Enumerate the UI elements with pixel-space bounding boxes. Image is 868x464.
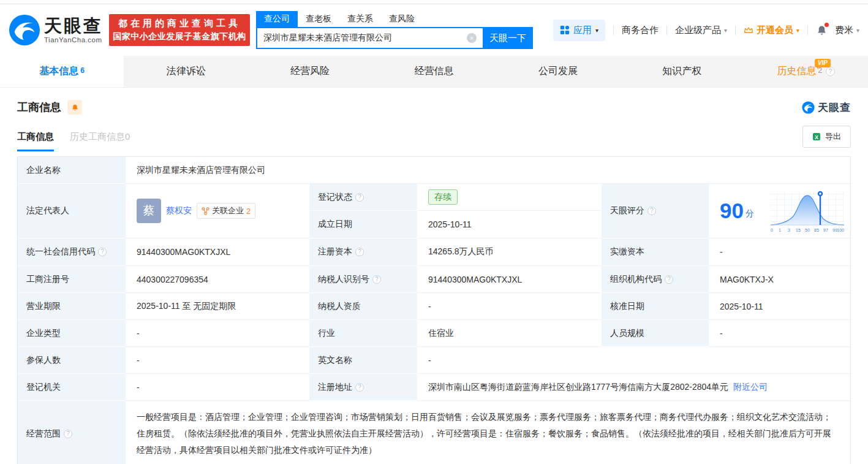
nav-divider bbox=[666, 26, 667, 35]
score-axis-ticks: 0 1 3 15 50 85 97 99 100 bbox=[771, 228, 844, 232]
tab-label: 经营风险 bbox=[290, 65, 330, 78]
field-label-company-type: 企业类型 bbox=[18, 320, 126, 347]
tianyancha-logo[interactable]: 天眼查 TianYanCha.com bbox=[9, 14, 103, 46]
watermark-text: 天眼查 bbox=[818, 101, 851, 115]
field-value-business-term: 2025-10-11 至 无固定期限 bbox=[126, 293, 309, 320]
chevron-down-icon: ▾ bbox=[595, 27, 598, 34]
legal-representative-link[interactable]: 蔡权安 bbox=[166, 205, 192, 216]
nav-cooperation[interactable]: 商务合作 bbox=[622, 25, 659, 36]
subtab-business-info[interactable]: 工商信息 bbox=[17, 131, 54, 151]
tab-label: 法律诉讼 bbox=[167, 65, 206, 78]
field-label-company-name: 企业名称 bbox=[18, 157, 126, 184]
tab-count: 2 bbox=[818, 66, 822, 75]
help-icon[interactable]: ? bbox=[98, 248, 107, 256]
monitor-bell-button[interactable] bbox=[67, 100, 82, 115]
clear-input-icon[interactable]: × bbox=[467, 33, 477, 43]
help-icon[interactable]: ? bbox=[665, 275, 673, 284]
score-axis-tick: 50 bbox=[805, 228, 810, 232]
score-axis-tick: 85 bbox=[814, 228, 819, 232]
field-label-business-scope: 经营范围 ? bbox=[18, 401, 126, 464]
tab-count: 6 bbox=[80, 66, 85, 75]
search-button[interactable]: 天眼一下 bbox=[483, 27, 533, 49]
site-header: 天眼查 TianYanCha.com 都在用的商业查询工具 国家中小企业发展子基… bbox=[0, 4, 868, 56]
apps-grid-icon bbox=[560, 25, 570, 35]
search-tab-company[interactable]: 查公司 bbox=[256, 11, 298, 27]
nav-user-menu[interactable]: 费米 ▾ bbox=[835, 25, 859, 36]
field-label-uscc: 统一社会信用代码 ? bbox=[18, 238, 126, 266]
nav-divider bbox=[807, 26, 808, 35]
section-title: 工商信息 bbox=[17, 100, 61, 115]
subtab-row: 工商信息 历史工商信息0 X 导出 bbox=[17, 126, 851, 148]
tab-label: 基本信息 bbox=[39, 65, 78, 78]
help-icon[interactable]: ? bbox=[372, 275, 381, 284]
top-navigation: 应用 ▾ 商务合作 企业级产品 ▾ 开通会员 ▾ 费 bbox=[553, 20, 859, 41]
tab-label: 历史信息 bbox=[777, 65, 816, 78]
score-value: 90 bbox=[720, 200, 744, 221]
subtab-history-business-info[interactable]: 历史工商信息0 bbox=[70, 131, 130, 143]
tab-legal-proceedings[interactable]: 法律诉讼 bbox=[124, 56, 247, 87]
help-icon[interactable]: ? bbox=[355, 383, 364, 392]
field-label-staff-size: 人员规模 bbox=[602, 320, 709, 347]
field-value-approval-date: 2025-10-11 bbox=[709, 293, 850, 320]
help-icon[interactable]: ? bbox=[355, 248, 364, 256]
help-icon[interactable]: ? bbox=[355, 193, 364, 202]
field-value-registered-capital: 14265.8万人民币 bbox=[417, 238, 602, 266]
field-value-established-date: 2025-10-11 bbox=[417, 211, 602, 238]
score-axis-tick: 97 bbox=[823, 228, 828, 232]
logo-title: 天眼查 bbox=[44, 17, 103, 35]
vip-badge: VIP bbox=[815, 59, 831, 67]
field-label-organization-code: 组织机构代码 ? bbox=[602, 266, 709, 293]
nearby-companies-link[interactable]: 附近公司 bbox=[733, 382, 768, 393]
help-icon[interactable]: ? bbox=[647, 207, 656, 215]
notification-bell[interactable] bbox=[816, 25, 828, 36]
nav-apps[interactable]: 应用 ▾ bbox=[553, 20, 605, 41]
avatar[interactable]: 蔡 bbox=[137, 199, 161, 223]
nav-open-membership[interactable]: 开通会员 ▾ bbox=[744, 25, 799, 36]
field-value-tianyan-score: 90 分 bbox=[709, 184, 850, 238]
field-label-legal-representative: 法定代表人 bbox=[18, 184, 126, 238]
nav-enterprise-label: 企业级产品 bbox=[675, 25, 721, 36]
search-area: 查公司 查老板 查关系 查风险 × 天眼一下 bbox=[256, 11, 533, 49]
field-label-registered-capital: 注册资本 ? bbox=[309, 238, 417, 266]
status-badge: 存续 bbox=[428, 189, 458, 205]
related-companies-badge[interactable]: 关联企业 2 bbox=[197, 203, 255, 219]
search-tab-risk[interactable]: 查风险 bbox=[381, 11, 423, 27]
tianyancha-watermark: 天眼查 bbox=[802, 101, 851, 115]
username: 费米 bbox=[835, 25, 853, 36]
help-icon[interactable]: ? bbox=[64, 430, 72, 438]
tab-history-info[interactable]: VIP 历史信息 2 ? bbox=[744, 56, 868, 87]
tab-company-development[interactable]: 公司发展 bbox=[496, 56, 620, 87]
field-value-paid-in-capital: - bbox=[709, 238, 850, 266]
svg-text:X: X bbox=[815, 134, 818, 140]
field-value-english-name: - bbox=[417, 347, 850, 374]
search-tab-relation[interactable]: 查关系 bbox=[339, 11, 381, 27]
search-input[interactable] bbox=[256, 27, 483, 49]
help-icon[interactable]: ? bbox=[826, 67, 835, 76]
field-value-industry: 住宿业 bbox=[417, 320, 602, 347]
search-tab-boss[interactable]: 查老板 bbox=[298, 11, 339, 27]
nav-apps-label: 应用 bbox=[573, 25, 592, 36]
export-button[interactable]: X 导出 bbox=[802, 126, 851, 148]
field-value-legal-representative: 蔡 蔡权安 关联企业 2 bbox=[126, 184, 309, 238]
nav-divider bbox=[735, 26, 736, 35]
tab-basic-info[interactable]: 基本信息 6 bbox=[0, 56, 124, 87]
chevron-down-icon: ▾ bbox=[796, 27, 799, 34]
tab-operation-info[interactable]: 经营信息 bbox=[372, 56, 496, 87]
nav-cooperation-label: 商务合作 bbox=[622, 25, 659, 36]
field-label-registration-authority: 登记机关 bbox=[18, 374, 126, 401]
field-value-taxpayer-id: 91440300MAG0KTXJXL bbox=[417, 266, 602, 293]
search-tab-bar: 查公司 查老板 查关系 查风险 bbox=[256, 11, 533, 27]
field-value-organization-code: MAG0KTXJ-X bbox=[709, 266, 850, 293]
chevron-down-icon: ▾ bbox=[724, 27, 727, 34]
field-value-staff-size: - bbox=[709, 320, 850, 347]
promo-banner-line2: 国家中小企业发展子基金旗下机构 bbox=[109, 31, 250, 42]
promo-banner: 都在用的商业查询工具 国家中小企业发展子基金旗下机构 bbox=[109, 14, 250, 46]
field-value-business-scope: 一般经营项目是：酒店管理；企业管理；企业管理咨询；市场营销策划；日用百货销售；会… bbox=[126, 401, 850, 464]
tab-label: 公司发展 bbox=[538, 65, 578, 78]
nav-enterprise-products[interactable]: 企业级产品 ▾ bbox=[675, 25, 727, 36]
field-label-taxpayer-qualification: 纳税人资质 bbox=[309, 293, 417, 320]
field-label-tianyan-score: 天眼评分 ? bbox=[602, 184, 709, 238]
tab-intellectual-property[interactable]: 知识产权 bbox=[620, 56, 744, 87]
tab-business-risk[interactable]: 经营风险 bbox=[248, 56, 372, 87]
field-label-taxpayer-id: 纳税人识别号 ? bbox=[309, 266, 417, 293]
